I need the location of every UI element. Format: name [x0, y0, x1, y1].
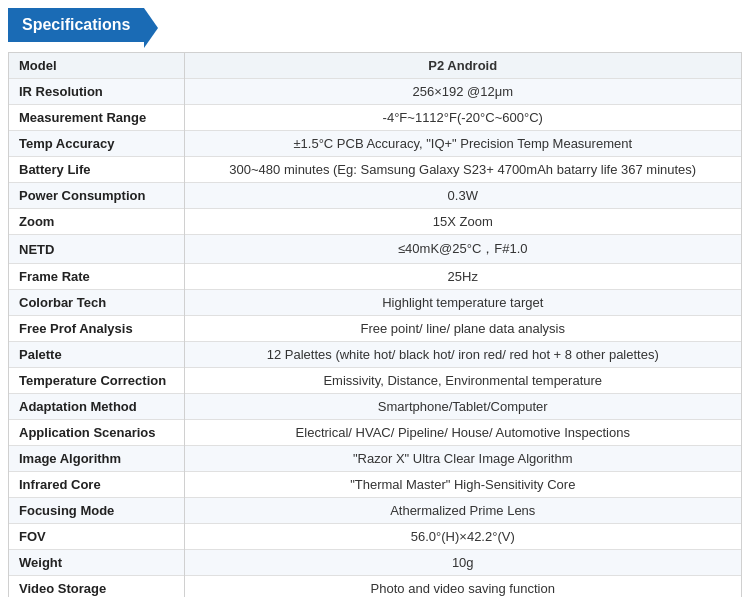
page-title: Specifications — [22, 16, 130, 34]
header-section: Specifications — [0, 0, 750, 42]
spec-label: Frame Rate — [9, 264, 184, 290]
spec-label: Image Algorithm — [9, 446, 184, 472]
spec-value: Free point/ line/ plane data analysis — [184, 316, 741, 342]
spec-value: ≤40mK@25°C，F#1.0 — [184, 235, 741, 264]
spec-label: Application Scenarios — [9, 420, 184, 446]
spec-label: IR Resolution — [9, 79, 184, 105]
spec-value: 10g — [184, 550, 741, 576]
spec-value: Athermalized Prime Lens — [184, 498, 741, 524]
spec-label: Palette — [9, 342, 184, 368]
spec-label: Power Consumption — [9, 183, 184, 209]
specs-table: ModelP2 AndroidIR Resolution256×192 @12μ… — [9, 53, 741, 597]
spec-label: Free Prof Analysis — [9, 316, 184, 342]
spec-label: Measurement Range — [9, 105, 184, 131]
spec-label: Temperature Correction — [9, 368, 184, 394]
spec-label: Zoom — [9, 209, 184, 235]
spec-value: 12 Palettes (white hot/ black hot/ iron … — [184, 342, 741, 368]
spec-value: "Razor X" Ultra Clear Image Algorithm — [184, 446, 741, 472]
spec-value: -4°F~1112°F(-20°C~600°C) — [184, 105, 741, 131]
spec-value: Emissivity, Distance, Environmental temp… — [184, 368, 741, 394]
spec-label: NETD — [9, 235, 184, 264]
specs-table-wrapper: ModelP2 AndroidIR Resolution256×192 @12μ… — [8, 52, 742, 597]
spec-value: 25Hz — [184, 264, 741, 290]
header-banner: Specifications — [8, 8, 144, 42]
spec-label: Infrared Core — [9, 472, 184, 498]
spec-label: Temp Accuracy — [9, 131, 184, 157]
spec-label: FOV — [9, 524, 184, 550]
spec-value: 56.0°(H)×42.2°(V) — [184, 524, 741, 550]
spec-label: Focusing Mode — [9, 498, 184, 524]
spec-label: Weight — [9, 550, 184, 576]
spec-value: 256×192 @12μm — [184, 79, 741, 105]
spec-label: Battery Life — [9, 157, 184, 183]
spec-value: Highlight temperature target — [184, 290, 741, 316]
spec-value: ±1.5°C PCB Accuracy, "IQ+" Precision Tem… — [184, 131, 741, 157]
spec-value: 0.3W — [184, 183, 741, 209]
spec-label: Video Storage — [9, 576, 184, 598]
spec-value: 15X Zoom — [184, 209, 741, 235]
spec-value: 300~480 minutes (Eg: Samsung Galaxy S23+… — [184, 157, 741, 183]
spec-value: Photo and video saving function — [184, 576, 741, 598]
spec-value: P2 Android — [184, 53, 741, 79]
spec-value: Electrical/ HVAC/ Pipeline/ House/ Autom… — [184, 420, 741, 446]
spec-value: Smartphone/Tablet/Computer — [184, 394, 741, 420]
spec-label: Adaptation Method — [9, 394, 184, 420]
spec-label: Model — [9, 53, 184, 79]
spec-label: Colorbar Tech — [9, 290, 184, 316]
spec-value: "Thermal Master" High-Sensitivity Core — [184, 472, 741, 498]
